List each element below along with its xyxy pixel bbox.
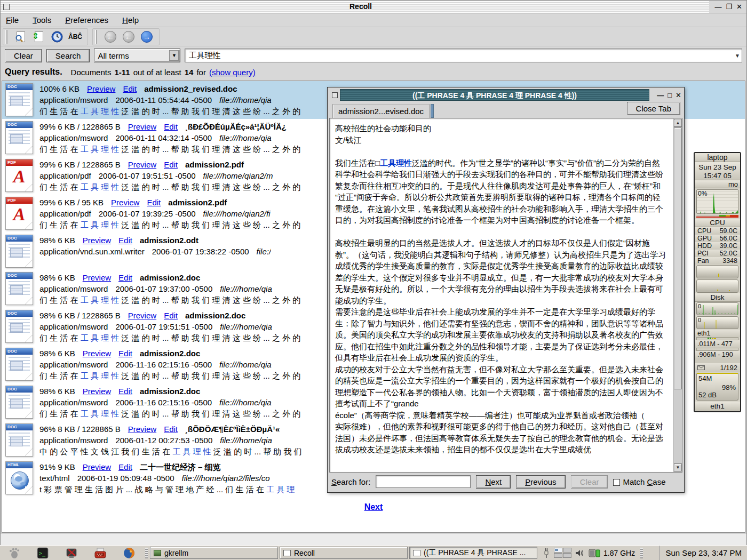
edit-link[interactable]: Edit <box>118 272 132 283</box>
power-plug-icon[interactable] <box>542 548 551 558</box>
toolbar-handle[interactable] <box>5 30 7 44</box>
preview-window-title: ((工 PHRASE 4 具 PHRASE 4 理 PHRASE 4 性)) <box>340 89 649 101</box>
result-title: ¸ßÕÐÖÆ¶È£ºÏiÈ±ÖÐµÄ¹« <box>185 423 280 435</box>
edit-link[interactable]: Edit <box>118 461 132 473</box>
cpufreq-battery-icon[interactable] <box>589 548 600 558</box>
next-page-button[interactable]: → <box>139 29 155 44</box>
preview-link[interactable]: Preview <box>83 235 111 246</box>
menu-tools[interactable]: Tools <box>33 15 51 25</box>
preview-link[interactable]: Preview <box>83 348 111 359</box>
combo-arrow-icon[interactable]: ▼ <box>169 50 179 61</box>
workspace-4[interactable] <box>563 553 571 558</box>
taskbar-handle-2[interactable] <box>640 548 643 558</box>
edit-link[interactable]: Edit <box>118 348 132 359</box>
history-tool-button[interactable] <box>49 29 65 44</box>
window-menu-button[interactable] <box>1 1 12 13</box>
search-mode-select[interactable]: All terms ▼ <box>94 49 180 62</box>
task-button[interactable]: gkrellm <box>150 547 278 559</box>
clear-button[interactable]: Clear <box>5 49 42 62</box>
preview-link[interactable]: Preview <box>128 159 156 170</box>
filetype-icon: DOC <box>5 235 33 268</box>
close-button[interactable]: ✕ <box>736 3 742 11</box>
preview-tool-button[interactable] <box>13 29 29 44</box>
edit-link[interactable]: Edit <box>164 310 178 321</box>
preview-link[interactable]: Preview <box>128 423 156 435</box>
minimize-button[interactable]: — <box>714 3 721 11</box>
edit-link[interactable]: Edit <box>147 197 161 208</box>
fan-chart-1 <box>696 265 738 278</box>
preview-titlebar[interactable]: ((工 PHRASE 4 具 PHRASE 4 理 PHRASE 4 性)) —… <box>329 89 682 101</box>
gkrellm-footer: eth1 <box>695 402 740 411</box>
edit-link[interactable]: Edit <box>164 423 178 435</box>
preview-previous-button[interactable]: Previous <box>516 475 565 489</box>
preview-window: ((工 PHRASE 4 具 PHRASE 4 理 PHRASE 4 性)) —… <box>327 87 685 493</box>
preview-content[interactable]: 高校招生的社会功能和目的文/钱江我们生活在□工具理性泛滥的时代。作为“世之显学”… <box>329 118 682 473</box>
preview-link[interactable]: Preview <box>83 386 111 397</box>
result-mimetype: application/msword <box>39 95 108 105</box>
show-query-link[interactable]: (show query) <box>209 68 256 77</box>
close-tab-button[interactable]: Close Tab <box>627 102 680 115</box>
fan-value: 3348 <box>722 257 737 265</box>
preview-tab[interactable]: admission2...evised.doc <box>332 104 430 118</box>
next-results-link[interactable]: Next <box>364 502 383 511</box>
taskbar-clock[interactable]: Sun Sep 23, 3:47 PM <box>659 546 747 560</box>
preview-minimize-button[interactable]: — <box>657 91 664 99</box>
match-case-checkbox[interactable]: Match Case <box>613 477 665 486</box>
preview-link[interactable]: Preview <box>128 121 156 132</box>
edit-link[interactable]: Edit <box>118 235 132 246</box>
scrollbar-up-icon[interactable]: ▲ <box>674 119 682 127</box>
workspace-pager[interactable] <box>554 548 571 558</box>
query-input[interactable] <box>185 49 742 62</box>
preview-close-button[interactable]: ✕ <box>676 91 681 99</box>
preview-link[interactable]: Preview <box>83 272 111 283</box>
task-button[interactable]: ((工 PHRASE 4 具 PHRASE ... <box>409 547 537 559</box>
typewriter-launcher[interactable] <box>94 547 107 559</box>
volume-icon[interactable] <box>575 549 585 557</box>
preview-link[interactable]: Preview <box>111 197 139 208</box>
preview-next-button[interactable]: Next <box>476 475 511 489</box>
prev-page-button[interactable]: ← <box>121 29 137 44</box>
gkrellm-monitor[interactable]: laptop Sun 23 Sep 15:47 05 mo 0% CPU CPU… <box>694 152 741 412</box>
scrollbar-thumb[interactable] <box>674 127 682 389</box>
menu-file[interactable]: File <box>6 15 19 25</box>
first-page-button[interactable]: ← <box>102 29 118 44</box>
menu-preferences[interactable]: Preferences <box>65 15 108 25</box>
query-history-arrow-icon[interactable]: ▼ <box>735 53 740 59</box>
preview-clear-button[interactable]: Clear <box>571 475 608 489</box>
scrollbar-down-icon[interactable]: ▼ <box>674 463 682 471</box>
preview-scrollbar[interactable]: ▲ ▼ <box>673 118 682 472</box>
workspace-1[interactable] <box>554 548 562 553</box>
task-button[interactable]: Recoll <box>280 547 408 559</box>
preview-link[interactable]: Preview <box>87 83 115 94</box>
edit-link[interactable]: Edit <box>118 386 132 397</box>
preview-link[interactable]: Preview <box>83 461 111 473</box>
preview-maximize-button[interactable]: □ <box>667 91 672 99</box>
preview-window-menu-button[interactable] <box>329 89 340 101</box>
result-title: admission2_revised.doc <box>144 83 237 94</box>
xkill-launcher[interactable] <box>65 547 78 559</box>
menu-help[interactable]: Help <box>122 15 139 25</box>
maximize-button[interactable]: ❐ <box>726 3 732 11</box>
search-button[interactable]: Search <box>46 49 90 62</box>
edit-link[interactable]: Edit <box>164 121 178 132</box>
firefox-launcher[interactable] <box>123 547 136 559</box>
preview-link[interactable]: Preview <box>128 310 156 321</box>
workspace-3[interactable] <box>554 553 562 558</box>
sort-tool-button[interactable]: ⇕ <box>31 29 47 44</box>
edit-link[interactable]: Edit <box>164 159 178 170</box>
net-tx-value: .906M - 190 <box>697 351 733 358</box>
toolbar-handle-2[interactable] <box>95 30 97 44</box>
checkbox-icon[interactable] <box>613 479 620 486</box>
terminal-launcher[interactable]: >_ <box>36 547 49 559</box>
window-task-icon <box>413 550 420 556</box>
preview-search-input[interactable] <box>376 475 471 488</box>
recoll-titlebar[interactable]: Recoll — ❐ ✕ <box>1 1 746 13</box>
edit-link[interactable]: Edit <box>123 83 137 94</box>
gnome-menu-button[interactable] <box>7 547 20 559</box>
term-explorer-button[interactable]: ÅBĈ <box>67 29 83 44</box>
fan-chart-2 <box>696 279 738 293</box>
workspace-2[interactable] <box>563 548 571 553</box>
result-meta: 100% 6 KB <box>39 83 80 94</box>
taskbar-handle[interactable] <box>145 548 148 558</box>
result-url: file:///home/qia <box>219 95 272 105</box>
